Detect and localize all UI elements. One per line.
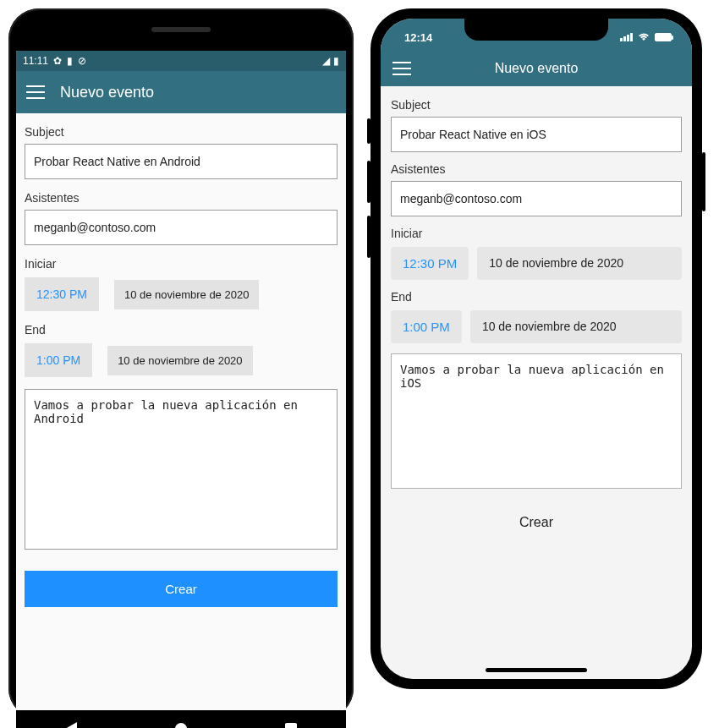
end-label: End — [391, 290, 682, 304]
battery-icon: ▮ — [333, 55, 339, 67]
ios-device-frame: 12:14 Nuevo evento Subject Asist — [370, 8, 702, 689]
wifi-icon — [638, 33, 650, 41]
android-nav-bar — [16, 710, 346, 728]
end-label: End — [25, 323, 338, 337]
menu-icon[interactable] — [26, 85, 45, 99]
create-button[interactable]: Crear — [391, 506, 682, 539]
subject-label: Subject — [25, 125, 338, 139]
page-title: Nuevo evento — [60, 84, 154, 101]
android-status-bar: 11:11 ✿ ▮ ⊘ ◢ ▮ — [16, 51, 346, 71]
body-input[interactable] — [391, 353, 682, 489]
end-time-picker[interactable]: 1:00 PM — [25, 343, 92, 377]
ios-screen: 12:14 Nuevo evento Subject Asist — [381, 19, 692, 679]
recents-icon[interactable] — [285, 723, 297, 728]
attendees-label: Asistentes — [391, 162, 682, 176]
end-time-picker[interactable]: 1:00 PM — [391, 310, 462, 343]
attendees-input[interactable] — [391, 181, 682, 216]
android-form: Subject Asistentes Iniciar 12:30 PM 10 d… — [16, 113, 346, 710]
menu-icon[interactable] — [392, 62, 411, 75]
subject-label: Subject — [391, 98, 682, 112]
page-title: Nuevo evento — [495, 61, 579, 76]
subject-input[interactable] — [391, 117, 682, 152]
sd-icon: ▮ — [67, 55, 73, 67]
start-time-picker[interactable]: 12:30 PM — [25, 277, 99, 311]
signal-icon: ◢ — [322, 55, 330, 67]
ios-app-bar: Nuevo evento — [381, 51, 692, 86]
attendees-input[interactable] — [25, 210, 338, 245]
start-label: Iniciar — [25, 257, 338, 271]
body-input[interactable] — [25, 389, 338, 550]
end-date-picker[interactable]: 10 de noviembre de 2020 — [107, 346, 252, 375]
ios-form: Subject Asistentes Iniciar 12:30 PM 10 d… — [381, 86, 692, 679]
start-label: Iniciar — [391, 227, 682, 240]
attendees-label: Asistentes — [25, 191, 338, 205]
battery-icon — [655, 33, 672, 41]
gear-icon: ✿ — [53, 55, 62, 67]
start-time-picker[interactable]: 12:30 PM — [391, 247, 469, 280]
signal-icon — [620, 33, 633, 41]
notch — [464, 19, 608, 41]
status-time: 11:11 — [23, 55, 48, 67]
dnd-icon: ⊘ — [78, 55, 86, 67]
subject-input[interactable] — [25, 144, 338, 179]
start-date-picker[interactable]: 10 de noviembre de 2020 — [114, 280, 259, 309]
status-time: 12:14 — [404, 31, 432, 44]
create-button[interactable]: Crear — [25, 571, 338, 607]
home-icon[interactable] — [175, 723, 187, 728]
android-app-bar: Nuevo evento — [16, 71, 346, 113]
end-date-picker[interactable]: 10 de noviembre de 2020 — [470, 310, 682, 343]
back-icon[interactable] — [65, 722, 77, 728]
android-device-frame: 11:11 ✿ ▮ ⊘ ◢ ▮ Nuevo evento Subject — [8, 8, 354, 719]
home-indicator[interactable] — [486, 668, 587, 672]
start-date-picker[interactable]: 10 de noviembre de 2020 — [477, 247, 682, 280]
android-screen: 11:11 ✿ ▮ ⊘ ◢ ▮ Nuevo evento Subject — [16, 51, 346, 710]
